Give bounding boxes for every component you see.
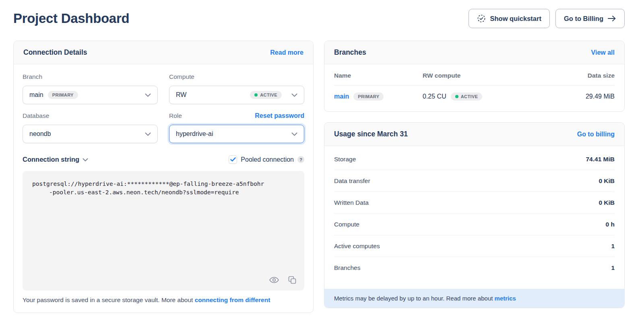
usage-header: Usage since March 31 Go to billing [324, 123, 624, 146]
arrow-right-icon [607, 15, 616, 22]
topbar: Project Dashboard Show quickstart Go to … [13, 0, 625, 28]
chevron-down-icon [291, 130, 297, 138]
role-field: Role Reset password hyperdrive-ai [169, 112, 304, 143]
branches-title: Branches [334, 48, 366, 57]
page-title: Project Dashboard [13, 11, 129, 26]
usage-row-branches: Branches 1 [334, 257, 615, 279]
connection-details-body: Branch main PRIMARY C [14, 64, 313, 313]
connection-details-card: Connection Details Read more Branch main… [13, 41, 314, 313]
usage-title: Usage since March 31 [334, 130, 408, 138]
compute-label: Compute [169, 73, 194, 80]
database-value: neondb [29, 130, 51, 138]
read-more-link[interactable]: Read more [270, 49, 303, 56]
password-vault-note: Your password is saved in a secure stora… [23, 296, 304, 304]
role-value: hyperdrive-ai [176, 130, 213, 138]
connection-string-label: Connection string [23, 156, 79, 163]
branches-card: Branches View all Name RW compute Data s… [324, 41, 625, 112]
compute-size-value: 0.25 CU [423, 93, 446, 100]
project-dashboard-page: Project Dashboard Show quickstart Go to … [0, 0, 644, 321]
pooled-connection-label: Pooled connection [241, 156, 294, 163]
active-status-badge: ACTIVE [250, 91, 282, 99]
connection-string-box[interactable]: postgresql://hyperdrive-ai:************@… [23, 171, 304, 290]
go-to-billing-button[interactable]: Go to Billing [555, 9, 625, 28]
column-rw-compute: RW compute [423, 72, 550, 79]
branch-main-link[interactable]: main [334, 93, 349, 100]
branch-select[interactable]: main PRIMARY [23, 86, 158, 104]
role-select[interactable]: hyperdrive-ai [169, 125, 304, 143]
usage-row-compute: Compute 0 h [334, 214, 615, 235]
connection-details-title: Connection Details [23, 48, 87, 57]
branches-header: Branches View all [324, 41, 624, 64]
usage-row-active-computes: Active computes 1 [334, 235, 615, 257]
dashboard-content: Connection Details Read more Branch main… [13, 41, 625, 313]
usage-rows: Storage 74.41 MiB Data transfer 0 KiB Wr… [324, 146, 624, 279]
connection-string-toggle[interactable]: Connection string [23, 156, 88, 163]
metrics-delay-banner: Metrics may be delayed by up to an hour.… [324, 289, 624, 308]
quickstart-check-circle-icon [477, 14, 486, 23]
usage-row-written-data: Written Data 0 KiB [334, 192, 615, 214]
reset-password-link[interactable]: Reset password [255, 112, 304, 119]
show-quickstart-button[interactable]: Show quickstart [469, 9, 549, 28]
primary-badge: PRIMARY [353, 93, 384, 101]
connection-details-header: Connection Details Read more [14, 41, 313, 64]
database-select[interactable]: neondb [23, 125, 158, 143]
green-status-dot [254, 93, 258, 97]
chevron-down-icon [145, 130, 151, 138]
go-to-billing-label: Go to Billing [564, 15, 603, 23]
view-all-link[interactable]: View all [591, 49, 615, 56]
pooled-connection-checkbox[interactable] [229, 155, 237, 164]
go-to-billing-link[interactable]: Go to billing [577, 131, 615, 138]
primary-badge: PRIMARY [48, 91, 78, 99]
topbar-actions: Show quickstart Go to Billing [469, 9, 625, 28]
connection-form: Branch main PRIMARY C [23, 73, 304, 143]
chevron-down-icon [145, 91, 151, 99]
chevron-down-icon [83, 156, 88, 163]
connection-string-line1: postgresql://hyperdrive-ai:************@… [32, 180, 295, 188]
pooled-connection-control: Pooled connection ? [229, 155, 304, 164]
role-label: Role [169, 112, 182, 119]
help-icon[interactable]: ? [297, 156, 304, 163]
green-status-dot [455, 95, 458, 98]
branches-table-header: Name RW compute Data size [334, 64, 615, 86]
compute-value: RW [176, 91, 186, 99]
compute-select[interactable]: RW ACTIVE [169, 86, 304, 104]
show-quickstart-label: Show quickstart [490, 15, 541, 23]
database-field: Database neondb [23, 112, 158, 143]
column-data-size: Data size [550, 72, 615, 79]
branch-value: main [29, 91, 43, 99]
usage-card: Usage since March 31 Go to billing Stora… [324, 122, 625, 308]
branch-label: Branch [23, 73, 42, 80]
branch-field: Branch main PRIMARY [23, 73, 158, 104]
reveal-password-eye-icon[interactable] [269, 276, 279, 284]
right-column: Branches View all Name RW compute Data s… [324, 41, 625, 308]
database-label: Database [23, 112, 49, 119]
column-name: Name [334, 72, 423, 79]
table-row: main PRIMARY 0.25 CU ACTIVE 29.49 MiB [334, 86, 615, 109]
data-size-value: 29.49 MiB [550, 93, 615, 100]
copy-icon[interactable] [287, 275, 297, 285]
connecting-from-different-link[interactable]: connecting from different [195, 296, 270, 303]
usage-row-storage: Storage 74.41 MiB [334, 148, 615, 170]
usage-row-data-transfer: Data transfer 0 KiB [334, 170, 615, 192]
chevron-down-icon [291, 91, 297, 99]
code-actions [269, 275, 297, 285]
connection-string-line2: -pooler.us-east-2.aws.neon.tech/neondb?s… [32, 188, 295, 197]
active-status-badge: ACTIVE [451, 93, 483, 101]
connection-string-row: Connection string Pooled connection ? [23, 155, 304, 164]
branches-table: Name RW compute Data size main PRIMARY 0… [324, 64, 624, 111]
compute-field: Compute RW ACTIVE [169, 73, 304, 104]
metrics-link[interactable]: metrics [495, 295, 516, 302]
